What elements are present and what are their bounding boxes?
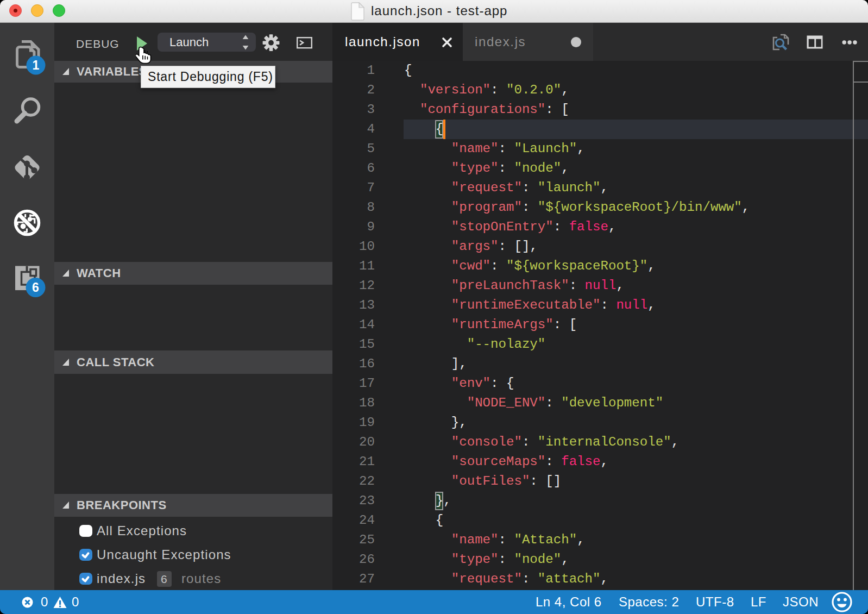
svg-text:1: 1 [33, 58, 40, 72]
svg-text:6: 6 [32, 280, 39, 295]
